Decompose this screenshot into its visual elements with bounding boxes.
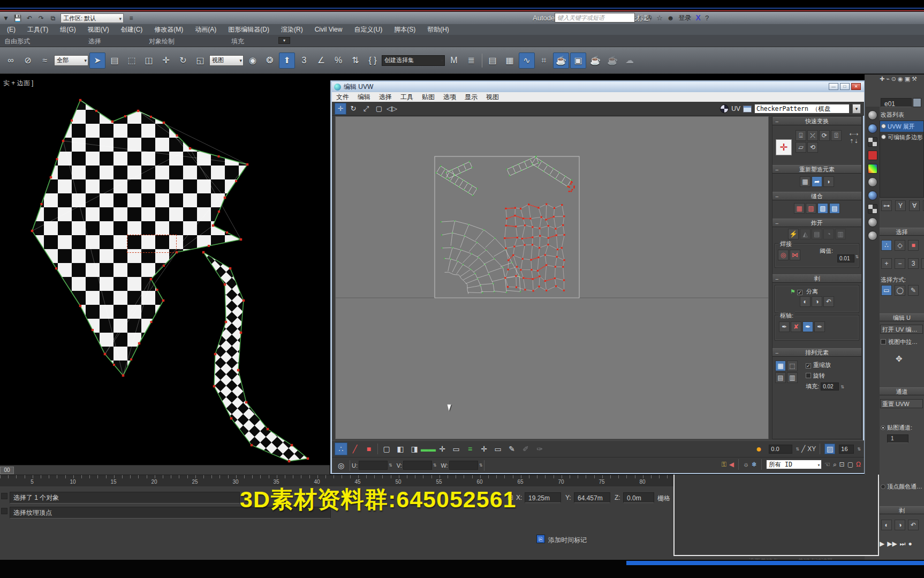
render-production-icon[interactable]: ☕ [587,52,603,69]
schematic-view-icon[interactable]: ⌗ [536,52,552,69]
pattern-dropdown[interactable]: CheckerPattern （棋盘 [754,104,850,114]
save-file-icon[interactable]: 💾 [12,13,23,23]
time-slider-handle[interactable]: 00 [0,467,14,474]
relax-until-flat-icon[interactable]: ➦ [812,176,822,187]
visibility-bulb-icon[interactable] [881,134,886,139]
clipboard-icon[interactable]: ⧉ [48,13,58,23]
sign-in-button[interactable]: 登录 [679,13,692,22]
y-coordinate-field[interactable]: 64.457m [574,492,610,503]
time-slider[interactable]: 00 [0,465,330,475]
selection-rollout-header[interactable]: 选择 [880,228,924,236]
reshape-header[interactable]: −重新塑造元素 [772,165,861,174]
zoom-region-icon[interactable]: ⊡ [839,461,845,468]
ribbon-dropdown-icon[interactable]: ▾ [278,37,290,44]
move-selected-button[interactable]: ✛ [776,139,792,155]
x-coordinate-field[interactable]: 19.25m [525,492,561,503]
workspace-dropdown[interactable]: 工作区: 默认 [60,13,124,23]
rendered-frame-icon[interactable]: ▣ [570,52,586,69]
window-crossing-icon[interactable]: ◫ [141,52,157,69]
align-angle-icon[interactable]: ⤫ [807,130,818,141]
keyboard-override-icon[interactable]: { } [365,52,381,69]
quick-transform-header[interactable]: −快速变换 [772,117,861,125]
weld-selected-icon[interactable]: ⋈ [790,250,800,260]
background-icon[interactable] [868,137,877,147]
ring-icon[interactable]: 3 [908,258,919,269]
shrink-icon[interactable]: − [895,258,905,269]
edit-uvw-titlebar[interactable]: 编辑 UVW — □ ✕ [332,82,864,92]
stitch-custom-icon[interactable]: ▦ [794,203,805,214]
v-field[interactable] [403,461,432,470]
select-manipulate-icon[interactable]: ❂ [262,52,278,69]
edit-uv-rollout-header[interactable]: 编辑 U [880,313,924,321]
use-pivot-center-icon[interactable]: ◉ [245,52,261,69]
target-weld-icon[interactable]: ◎ [778,250,789,260]
uvw-menu-item[interactable]: 视图 [482,93,503,102]
mirror-icon[interactable]: M [446,52,462,69]
select-by-material-icon[interactable] [868,204,877,214]
loop-icon[interactable]: ≡ [464,442,476,455]
menu-item[interactable]: (E) [1,26,21,33]
straighten-icon[interactable]: ▦ [800,176,811,187]
backlight-icon[interactable] [868,124,877,133]
pin-icon[interactable]: ✒ [779,321,790,332]
uv-move-icon[interactable]: ✛ [335,103,346,115]
reset-peel-icon[interactable]: ↶ [823,296,834,307]
key-mode-icon[interactable]: ● [908,540,912,547]
cmd-polygon-icon[interactable]: ■ [908,240,919,251]
uvw-menu-item[interactable]: 选项 [439,93,460,102]
favorites-star-icon[interactable]: ☆ [656,14,663,22]
sample-sphere-icon[interactable] [868,110,877,120]
unlink-selection-icon[interactable]: ⊘ [20,52,36,69]
quick-peel-icon[interactable]: ◐ [800,296,811,307]
uvw-menu-item[interactable]: 选择 [375,93,396,102]
layer-manager-icon[interactable]: ▤ [484,52,501,69]
paint-grow-icon[interactable]: ✐ [519,442,532,455]
soft-selection-field[interactable]: 0.0 [769,445,792,454]
select-move-icon[interactable]: ✛ [158,52,174,69]
highlight-bulb-icon[interactable]: ☼ [743,461,749,468]
curve-editor-icon[interactable]: ∿ [519,52,535,69]
flatten-face-icon[interactable]: ▥ [835,229,846,239]
select-object-icon[interactable]: ➤ [89,52,105,69]
modifier-list-label[interactable]: 改器列表 [881,111,904,119]
arrange-header[interactable]: −排列元素 [772,348,861,357]
uvw-menu-item[interactable]: 工具 [396,93,418,102]
flatten-angle-icon[interactable]: ◭ [800,229,811,239]
align-vertical-icon[interactable]: ⍐ [831,130,842,141]
menu-item[interactable]: 帮助(H) [421,25,455,34]
mini-script-icon[interactable] [1,508,7,514]
reset-uvw-button[interactable]: 重置 UVW [880,399,923,408]
maximize-icon[interactable]: □ [840,83,850,90]
search-icon[interactable]: ⌕ [638,13,642,22]
stitch-target-icon[interactable]: ▤ [829,203,840,214]
layout-icon[interactable] [743,106,752,112]
next-frame-icon[interactable]: ▶▶ [887,540,897,547]
show-end-result-icon[interactable]: Y [895,200,906,211]
menu-item[interactable]: Civil View [309,26,349,33]
go-to-end-icon[interactable]: ⏭ [900,540,906,547]
map-channel-radio[interactable] [881,425,885,430]
select-scale-icon[interactable]: ◱ [192,52,208,69]
render-setup-icon[interactable]: ☕ [553,52,569,69]
brush-size-field[interactable]: 16 [839,445,854,454]
vertex-mode-icon[interactable]: ∴ [335,442,347,455]
cmd-quick-peel-icon[interactable]: ◐ [881,520,892,530]
paint-shrink-icon[interactable]: ✑ [533,442,546,455]
pack-group-icon[interactable]: ▥ [787,372,798,383]
pattern-dropdown-arrow[interactable]: ▾ [852,104,861,114]
pin-select-icon[interactable]: ✒ [814,321,825,332]
unpin-icon[interactable]: ✘ [791,321,801,332]
save-icon[interactable]: ▼ [1,13,11,23]
uvw-menu-item[interactable]: 显示 [460,93,482,102]
named-selection-dropdown[interactable]: 创建选择集 [382,55,445,66]
viewport-shading-label[interactable]: 实 + 边面 ] [3,79,33,88]
flatten-smoothing-icon[interactable]: ▤ [812,229,822,239]
menu-item[interactable]: 创建(C) [115,25,149,34]
sample-uv-icon[interactable] [868,231,877,241]
uv-freeform-icon[interactable]: ▢ [373,103,385,115]
menu-item[interactable]: 动画(A) [189,25,222,34]
edge-mode-icon[interactable]: ╱ [349,442,361,455]
pin-stack-icon[interactable]: ⊶ [881,200,892,211]
uv-space-label[interactable]: UV [731,105,740,112]
uvw-menu-item[interactable]: 文件 [332,93,353,102]
